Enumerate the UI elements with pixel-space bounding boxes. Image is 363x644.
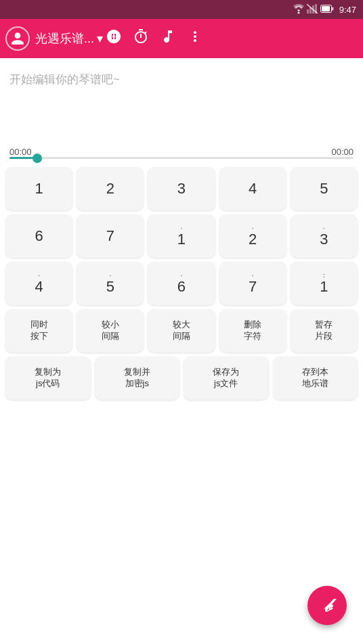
larger-interval-button[interactable]: 较大间隔	[148, 309, 215, 352]
signal-icon	[307, 4, 318, 16]
key-2[interactable]: 2	[77, 167, 144, 210]
svg-rect-1	[307, 9, 309, 14]
keyboard-section: 1 2 3 4 5 6 7 · 1 · 2 · 3	[0, 164, 363, 409]
key-dot-5[interactable]: · 5	[77, 262, 144, 305]
key-dot-1[interactable]: · 1	[148, 214, 215, 258]
chevron-down-icon[interactable]: ▾	[97, 31, 103, 46]
svg-rect-7	[322, 6, 330, 12]
bottom-action-row: 复制为js代码 复制并加密js 保存为js文件 存到本地乐谱	[5, 356, 358, 400]
wifi-icon	[293, 4, 304, 16]
progress-end: 00:00	[331, 147, 354, 157]
key-row-2: 6 7 · 1 · 2 · 3	[5, 214, 358, 258]
key-dot-6[interactable]: · 6	[148, 262, 215, 305]
key-1[interactable]: 1	[5, 167, 72, 210]
key-6[interactable]: 6	[5, 214, 72, 258]
main-content: 开始编辑你的琴谱吧~	[0, 58, 363, 147]
progress-container[interactable]: 00:00 00:00	[0, 147, 363, 159]
fab-button[interactable]: 𝒷	[307, 586, 347, 625]
copy-encrypted-button[interactable]: 复制并加密js	[95, 356, 180, 400]
key-dot-2[interactable]: · 2	[219, 214, 286, 258]
key-4[interactable]: 4	[219, 167, 286, 210]
key-dot-7[interactable]: · 7	[219, 262, 286, 305]
save-js-file-button[interactable]: 保存为js文件	[184, 356, 269, 400]
copy-js-button[interactable]: 复制为js代码	[5, 356, 91, 400]
timer-icon[interactable]	[133, 28, 149, 49]
progress-track[interactable]	[9, 157, 354, 159]
key-row-1: 1 2 3 4 5	[5, 167, 358, 210]
smaller-interval-button[interactable]: 较小间隔	[77, 309, 144, 352]
key-5[interactable]: 5	[291, 167, 358, 210]
music-note-icon[interactable]	[160, 28, 176, 49]
svg-point-9	[112, 35, 115, 38]
fab-label: 𝒷	[324, 597, 331, 614]
key-dot-3[interactable]: · 3	[291, 214, 358, 258]
key-7[interactable]: 7	[77, 214, 144, 258]
key-colon-1[interactable]: ∶ 1	[291, 262, 358, 305]
speedometer-icon[interactable]	[106, 28, 122, 49]
save-local-button[interactable]: 存到本地乐谱	[273, 356, 358, 400]
more-icon[interactable]	[187, 28, 203, 49]
simultaneous-press-button[interactable]: 同时按下	[5, 309, 72, 352]
action-row: 同时按下 较小间隔 较大间隔 删除字符 暂存片段	[5, 309, 358, 352]
temp-save-button[interactable]: 暂存片段	[291, 309, 358, 352]
battery-icon	[320, 5, 334, 15]
key-dot-4[interactable]: · 4	[5, 262, 72, 305]
progress-times: 00:00 00:00	[9, 147, 354, 157]
app-bar-actions	[106, 28, 203, 49]
placeholder-text[interactable]: 开始编辑你的琴谱吧~	[9, 69, 354, 141]
app-bar: 光遇乐谱... ▾	[0, 19, 363, 58]
status-icons: 9:47	[293, 4, 356, 16]
status-time: 9:47	[339, 5, 356, 15]
delete-char-button[interactable]: 删除字符	[219, 309, 286, 352]
progress-start: 00:00	[9, 147, 32, 157]
app-bar-title-row: 光遇乐谱... ▾	[33, 30, 103, 47]
status-bar: 9:47	[0, 0, 363, 19]
svg-rect-8	[332, 7, 334, 10]
app-title: 光遇乐谱...	[35, 30, 94, 47]
key-row-3: · 4 · 5 · 6 · 7 ∶ 1	[5, 262, 358, 305]
avatar-icon[interactable]	[5, 26, 30, 51]
progress-thumb[interactable]	[33, 154, 42, 163]
svg-point-0	[297, 12, 299, 14]
key-3[interactable]: 3	[148, 167, 215, 210]
